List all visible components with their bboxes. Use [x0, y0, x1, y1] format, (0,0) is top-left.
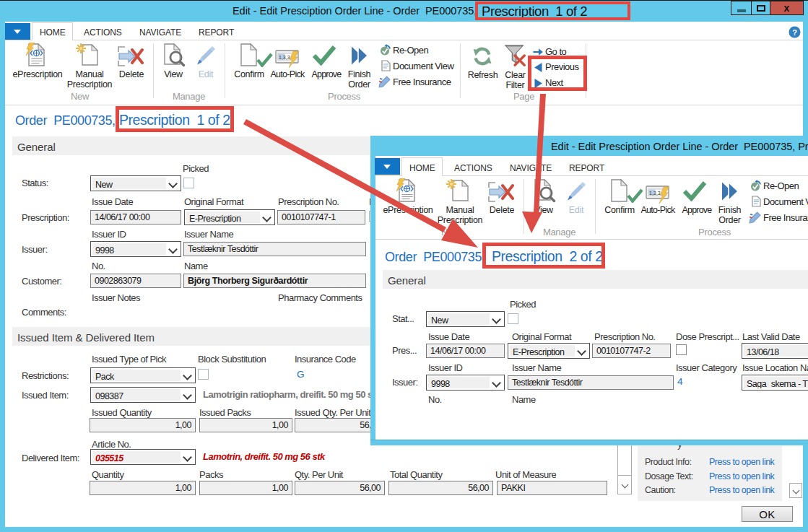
svg-text:?: ?	[792, 28, 797, 37]
